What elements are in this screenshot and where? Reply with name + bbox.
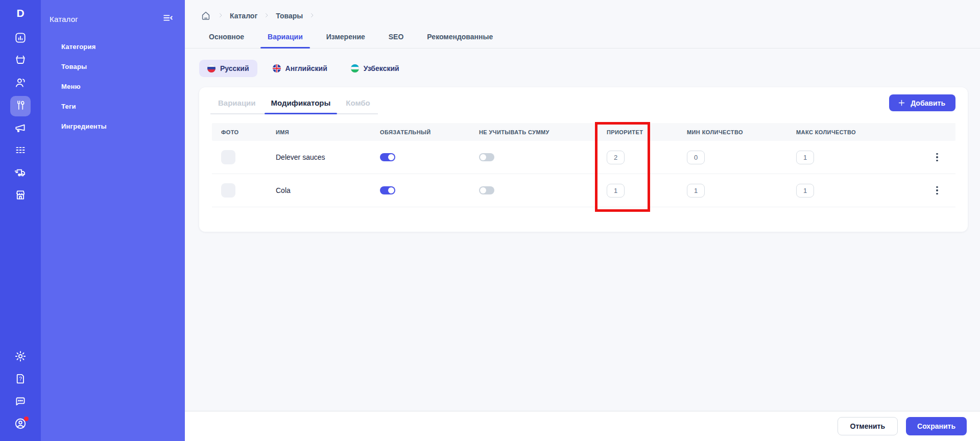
modifiers-card: Вариации Модификаторы Комбо Добавить ФОТ… xyxy=(199,87,968,232)
tab-card-modifiers[interactable]: Модификаторы xyxy=(271,94,331,113)
priority-input[interactable] xyxy=(607,151,625,164)
lang-label: Русский xyxy=(220,64,249,72)
col-priority: ПРИОРИТЕТ xyxy=(607,129,687,135)
toggle-knob xyxy=(388,187,394,193)
megaphone-icon xyxy=(14,121,27,136)
cart-icon xyxy=(14,54,27,69)
collapse-menu-icon xyxy=(162,12,174,26)
language-switcher: Русский Английский Узбекский xyxy=(199,60,980,77)
truck-icon xyxy=(14,166,27,181)
tab-recommended[interactable]: Рекомендованные xyxy=(426,28,494,48)
max-count-input[interactable] xyxy=(796,151,814,164)
sidebar-title: Каталог xyxy=(50,15,78,23)
required-toggle[interactable] xyxy=(380,153,395,161)
chevron-right-icon xyxy=(218,11,224,20)
lang-label: Узбекский xyxy=(364,64,399,72)
content-spacer xyxy=(185,232,980,411)
sidebar-item-products[interactable]: Товары xyxy=(41,57,185,77)
sidebar-item-ingredients[interactable]: Ингредиенты xyxy=(41,116,185,136)
home-icon[interactable] xyxy=(200,10,211,21)
lang-russian[interactable]: Русский xyxy=(199,60,257,77)
lang-uzbek[interactable]: Узбекский xyxy=(343,60,408,77)
tab-measurement[interactable]: Измерение xyxy=(325,28,366,48)
row-menu-kebab-icon[interactable] xyxy=(933,183,941,198)
lang-english[interactable]: Английский xyxy=(265,60,336,77)
tab-seo[interactable]: SEO xyxy=(388,28,405,48)
toggle-knob xyxy=(480,154,486,160)
chat-bubble-icon xyxy=(14,395,27,410)
main-content: Каталог Товары Основное Вариации Измерен… xyxy=(185,0,980,441)
nav-chat[interactable] xyxy=(10,392,31,412)
uzbek-flag-icon xyxy=(351,64,359,72)
nav-marketing[interactable] xyxy=(10,118,31,139)
nav-settings[interactable] xyxy=(10,347,31,368)
uk-flag-icon xyxy=(273,64,281,72)
toggle-knob xyxy=(388,154,394,160)
modifier-name: Cola xyxy=(276,186,380,194)
nav-customers[interactable] xyxy=(10,74,31,94)
footer-actions: Отменить Сохранить xyxy=(185,411,980,441)
analytics-icon xyxy=(14,31,27,46)
min-count-input[interactable] xyxy=(687,151,705,164)
toggle-knob xyxy=(480,187,486,193)
nav-help[interactable]: ? xyxy=(10,370,31,390)
chevron-right-icon xyxy=(309,11,315,20)
ignore-sum-toggle[interactable] xyxy=(479,153,494,161)
tab-variations[interactable]: Вариации xyxy=(267,28,304,48)
nav-analytics[interactable] xyxy=(10,29,31,49)
russian-flag-icon xyxy=(207,64,216,72)
nav-orders[interactable] xyxy=(10,51,31,71)
sidebar-item-tags[interactable]: Теги xyxy=(41,96,185,116)
tab-card-combo[interactable]: Комбо xyxy=(346,94,370,113)
col-max-count: МАКС КОЛИЧЕСТВО xyxy=(796,129,919,135)
max-count-input[interactable] xyxy=(796,184,814,198)
icon-rail: D ? xyxy=(0,0,41,441)
store-icon xyxy=(14,188,27,204)
table-header: ФОТО ИМЯ ОБЯЗАТЕЛЬНЫЙ НЕ УЧИТЫВАТЬ СУММУ… xyxy=(212,123,955,141)
nav-delivery[interactable] xyxy=(10,163,31,184)
row-menu-kebab-icon[interactable] xyxy=(933,150,941,165)
collapse-sidebar-button[interactable] xyxy=(162,12,174,26)
nav-profile[interactable] xyxy=(10,414,31,435)
nav-apps[interactable] xyxy=(10,141,31,161)
breadcrumb-products[interactable]: Товары xyxy=(276,12,303,20)
required-toggle[interactable] xyxy=(380,186,395,194)
priority-input[interactable] xyxy=(607,184,625,198)
min-count-input[interactable] xyxy=(687,184,705,198)
nav-store[interactable] xyxy=(10,186,31,206)
help-document-icon: ? xyxy=(14,372,27,387)
col-name: ИМЯ xyxy=(276,129,380,135)
nav-catalog[interactable] xyxy=(10,96,31,116)
apps-icon xyxy=(14,143,27,159)
lang-label: Английский xyxy=(285,64,327,72)
sidebar-item-category[interactable]: Категория xyxy=(41,37,185,57)
modifiers-table: ФОТО ИМЯ ОБЯЗАТЕЛЬНЫЙ НЕ УЧИТЫВАТЬ СУММУ… xyxy=(212,123,955,207)
breadcrumb: Каталог Товары xyxy=(185,0,980,28)
photo-placeholder[interactable] xyxy=(221,183,235,198)
table-row: Delever sauces xyxy=(212,141,955,174)
plus-icon xyxy=(897,99,906,107)
catalog-sidebar: Каталог Категория Товары Меню Теги Ингре… xyxy=(41,0,185,441)
restaurant-icon xyxy=(14,99,27,113)
tab-card-variations[interactable]: Вариации xyxy=(218,94,256,113)
ignore-sum-toggle[interactable] xyxy=(479,186,494,194)
app-logo[interactable]: D xyxy=(16,7,24,19)
add-button-label: Добавить xyxy=(911,99,945,107)
sidebar-item-menu[interactable]: Меню xyxy=(41,77,185,96)
add-button[interactable]: Добавить xyxy=(889,94,955,111)
card-tabs: Вариации Модификаторы Комбо xyxy=(210,94,378,114)
notification-badge xyxy=(24,416,29,421)
photo-placeholder[interactable] xyxy=(221,150,235,164)
save-button[interactable]: Сохранить xyxy=(906,417,967,435)
col-min-count: МИН КОЛИЧЕСТВО xyxy=(687,129,796,135)
breadcrumb-catalog[interactable]: Каталог xyxy=(230,12,257,20)
col-required: ОБЯЗАТЕЛЬНЫЙ xyxy=(380,129,479,135)
customers-icon xyxy=(14,76,27,91)
svg-text:?: ? xyxy=(19,376,22,382)
page-tabs: Основное Вариации Измерение SEO Рекоменд… xyxy=(185,28,980,48)
cancel-button[interactable]: Отменить xyxy=(838,417,898,435)
col-photo: ФОТО xyxy=(212,129,276,135)
gear-icon xyxy=(14,350,27,365)
tab-main[interactable]: Основное xyxy=(208,28,245,48)
table-row: Cola xyxy=(212,174,955,207)
